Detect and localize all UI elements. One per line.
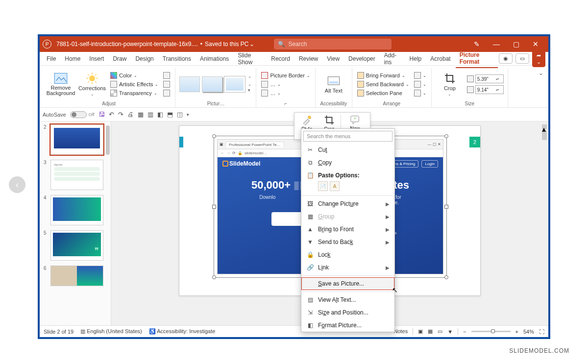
collapse-ribbon[interactable]: ⌄ (537, 68, 545, 107)
zoom-in[interactable]: + (515, 329, 518, 335)
bring-forward-button[interactable]: Bring Forward⌄ (356, 72, 410, 79)
menu-format-picture[interactable]: ◧Format Picture... (301, 319, 394, 332)
tab-file[interactable]: File (43, 53, 60, 64)
tab-acrobat[interactable]: Acrobat (426, 53, 454, 64)
tab-record[interactable]: Record (267, 53, 294, 64)
thumbnail-4[interactable] (50, 195, 103, 225)
qat-icon[interactable]: ◫ (177, 111, 183, 118)
menu-save-as-picture[interactable]: Save as Picture... (301, 277, 394, 290)
menu-lock[interactable]: 🔒Lock (301, 248, 394, 261)
tab-view[interactable]: View (323, 53, 343, 64)
save-state[interactable]: Saved to this PC (205, 41, 248, 48)
rotate-button[interactable]: ⌄ (413, 89, 427, 97)
tab-design[interactable]: Design (131, 53, 157, 64)
color-button[interactable]: Color⌄ (109, 72, 159, 79)
view-slideshow[interactable]: ▼ (447, 329, 453, 335)
slide-counter[interactable]: Slide 2 of 19 (44, 329, 74, 335)
crop-button[interactable]: Crop⌄ (436, 73, 464, 97)
paste-option-2[interactable]: A (330, 181, 340, 191)
redo-icon[interactable]: ↷ (118, 111, 123, 118)
group-button[interactable]: ⌄ (413, 80, 427, 88)
qat-icon[interactable]: ◧ (157, 111, 163, 118)
picture-styles-gallery[interactable] (179, 76, 245, 92)
search-box[interactable]: 🔍 Search (274, 39, 392, 49)
tab-help[interactable]: Help (406, 53, 426, 64)
corrections-button[interactable]: Corrections ⌄ (78, 73, 106, 97)
camera-button[interactable]: ◉ (499, 53, 513, 64)
picture-effects-button[interactable]: …⌄ (260, 80, 311, 88)
qat-icon[interactable]: ⬒ (167, 111, 173, 118)
thumbnail-2[interactable] (50, 124, 103, 155)
resize-handle[interactable] (212, 134, 216, 138)
reset-button[interactable] (162, 89, 171, 97)
resize-handle[interactable] (444, 134, 448, 138)
paste-option-1[interactable]: 📄 (318, 181, 328, 191)
present-button[interactable]: ▭ (515, 53, 529, 64)
qat-icon[interactable]: ▦ (138, 111, 144, 118)
menu-link[interactable]: 🔗Link▶ (301, 261, 394, 274)
tab-draw[interactable]: Draw (109, 53, 130, 64)
qat-more[interactable]: ▾ (187, 112, 189, 117)
menu-bring-to-front[interactable]: ▲Bring to Front▶ (301, 223, 394, 236)
menu-cut[interactable]: ✂Cut (301, 144, 394, 156)
tab-home[interactable]: Home (61, 53, 84, 64)
thumbnail-5[interactable]: ❞ (50, 230, 103, 261)
menu-search[interactable]: Search the menus (303, 131, 392, 142)
remove-background-button[interactable]: Remove Background (47, 73, 75, 96)
view-normal[interactable]: ▣ (418, 328, 423, 335)
menu-view-alt-text[interactable]: ▤View Alt Text... (301, 293, 394, 306)
compress-button[interactable] (162, 72, 171, 79)
menu-copy[interactable]: ⧉Copy (301, 156, 394, 169)
thumbnail-6[interactable] (50, 266, 103, 286)
transparency-button[interactable]: Transparency⌄ (109, 89, 159, 97)
link-icon: 🔗 (306, 264, 314, 271)
tab-developer[interactable]: Developer (344, 53, 379, 64)
qat-icon[interactable]: ▥ (147, 111, 153, 118)
fit-button[interactable]: ⛶ (539, 329, 544, 335)
qat-icon[interactable]: 🖨 (127, 111, 134, 118)
send-backward-button[interactable]: Send Backward⌄ (356, 80, 410, 88)
zoom-out[interactable]: − (463, 329, 466, 335)
lang-indicator[interactable]: ▥ English (United States) (80, 328, 142, 335)
picture-layout-button[interactable]: …⌄ (260, 89, 311, 97)
picture-border-button[interactable]: Picture Border⌄ (260, 72, 311, 79)
tab-slideshow[interactable]: Slide Show (234, 50, 266, 68)
menu-size-position[interactable]: ⇲Size and Position... (301, 306, 394, 319)
maximize-button[interactable]: ▢ (506, 37, 526, 51)
share-button[interactable]: ➦ ⌄ (532, 50, 545, 67)
carousel-prev[interactable]: ‹ (9, 176, 25, 193)
artistic-effects-button[interactable]: Artistic Effects⌄ (109, 80, 159, 88)
tab-insert[interactable]: Insert (85, 53, 108, 64)
alt-text-button[interactable]: Alt Text (319, 75, 348, 94)
arrange-group-label: Arrange (383, 101, 401, 107)
tab-transitions[interactable]: Transitions (159, 53, 195, 64)
thumbnail-3[interactable]: Agenda (50, 160, 103, 190)
width-input[interactable]: 9.14"▴▾ (475, 85, 504, 94)
slide-thumbnails[interactable]: 2 3 Agenda 4 5 ❞ 6 (40, 121, 111, 325)
resize-handle[interactable] (444, 205, 448, 209)
menu-change-picture[interactable]: 🖼Change Picture▶ (301, 197, 394, 210)
selection-pane-button[interactable]: Selection Pane (356, 89, 410, 97)
undo-icon[interactable]: ↶ (109, 111, 114, 118)
tab-animations[interactable]: Animations (196, 53, 233, 64)
canvas-scrollbar[interactable]: ▴ (541, 123, 547, 319)
zoom-slider[interactable] (471, 331, 511, 332)
change-button[interactable] (162, 80, 171, 88)
thumbnail-scrollbar[interactable] (106, 125, 110, 155)
resize-handle[interactable] (212, 205, 216, 209)
zoom-value[interactable]: 54% (523, 329, 534, 335)
autosave-toggle[interactable] (70, 111, 87, 118)
close-button[interactable]: ✕ (526, 37, 545, 51)
accessibility-status[interactable]: ♿ Accessibility: Investigate (149, 328, 216, 335)
view-sorter[interactable]: ▦ (428, 328, 433, 335)
menu-send-to-back[interactable]: ▼Send to Back▶ (301, 236, 394, 248)
save-icon[interactable]: 🖫 (98, 111, 105, 118)
align-button[interactable]: ⌄ (413, 72, 427, 79)
resize-handle[interactable] (212, 275, 216, 279)
tab-addins[interactable]: Add-ins (380, 50, 405, 68)
tab-review[interactable]: Review (295, 53, 322, 64)
view-reading[interactable]: ▭ (438, 328, 442, 335)
resize-handle[interactable] (444, 275, 448, 279)
tab-picture-format[interactable]: Picture Format (456, 49, 498, 68)
height-input[interactable]: 5.39"▴▾ (475, 74, 504, 83)
